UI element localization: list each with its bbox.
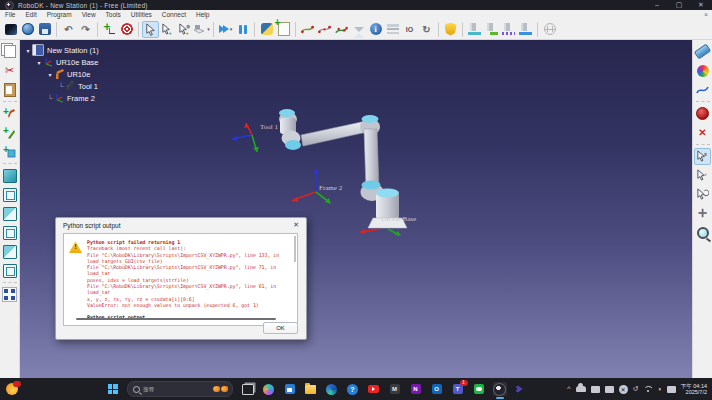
add-tool-icon[interactable]: + — [1, 124, 18, 141]
panel-close-icon[interactable]: × — [704, 11, 712, 18]
copilot-icon[interactable] — [262, 382, 276, 396]
pan-icon[interactable]: ✛ — [694, 205, 711, 222]
m-app-icon[interactable]: M — [388, 382, 402, 396]
record-icon[interactable] — [694, 105, 711, 122]
menu-utilities[interactable]: Utilities — [126, 11, 157, 18]
view-mixed2-cube-icon[interactable] — [1, 243, 18, 260]
new-station-icon[interactable] — [2, 21, 19, 38]
task-view-icon[interactable] — [241, 382, 255, 396]
dropdown-arrow-icon[interactable]: ▾ — [230, 26, 233, 32]
file-explorer-icon[interactable] — [304, 382, 318, 396]
horizontal-scrollbar[interactable] — [76, 318, 276, 320]
tree-item-station[interactable]: ▾ New Station (1) — [24, 44, 194, 56]
tree-item-base-frame[interactable]: ▾ UR10e Base — [24, 56, 194, 68]
start-icon[interactable] — [106, 382, 120, 396]
move-robot-cursor-icon[interactable]: + — [176, 21, 193, 38]
menu-help[interactable]: Help — [191, 11, 214, 18]
keyboard-icon[interactable] — [591, 386, 600, 393]
program-blocks-icon[interactable] — [384, 21, 401, 38]
license-shield-icon[interactable] — [442, 21, 459, 38]
open-online-library-icon[interactable] — [19, 21, 36, 38]
onedrive-icon[interactable] — [576, 386, 586, 392]
view-wire-cube-icon[interactable] — [1, 186, 18, 203]
machining-points-icon[interactable] — [500, 21, 517, 38]
tree-label[interactable]: New Station (1) — [47, 46, 99, 55]
project-points-icon[interactable] — [316, 21, 333, 38]
quiet-icon[interactable]: ✕ — [619, 385, 628, 394]
select-delete-cursor-icon[interactable]: x — [694, 148, 711, 165]
view-wire2-cube-icon[interactable] — [1, 224, 18, 241]
maximize-button[interactable]: ▢ — [668, 0, 690, 10]
save-station-icon[interactable] — [36, 21, 53, 38]
delete-icon[interactable]: ✕ — [694, 124, 711, 141]
draw-curve-icon[interactable] — [694, 81, 711, 98]
menu-connect[interactable]: Connect — [157, 11, 191, 18]
menu-view[interactable]: View — [77, 11, 101, 18]
paste-icon[interactable] — [1, 81, 18, 98]
machining-path-icon[interactable] — [517, 21, 534, 38]
view-solid-cube-icon[interactable] — [1, 167, 18, 184]
project-curve-icon[interactable] — [299, 21, 316, 38]
add-python-script-icon[interactable] — [275, 21, 292, 38]
curve-follow-icon[interactable] — [333, 21, 350, 38]
weather-icon[interactable] — [6, 383, 18, 395]
sync-icon[interactable]: ↺ — [633, 384, 639, 394]
color-wheel-icon[interactable] — [694, 62, 711, 79]
view-mode-icon[interactable]: ▾ — [193, 21, 210, 38]
search-highlight-icon[interactable] — [213, 386, 232, 392]
cut-icon[interactable]: ✂ — [1, 62, 18, 79]
add-reference-frame-icon[interactable] — [101, 21, 118, 38]
tree-item-tool[interactable]: └ Tool 1 — [24, 80, 194, 92]
wait-hourglass-icon[interactable] — [350, 21, 367, 38]
run-python-icon[interactable] — [258, 21, 275, 38]
tree-label[interactable]: Tool 1 — [78, 82, 98, 91]
battery-icon[interactable] — [667, 386, 676, 393]
web-globe-icon[interactable] — [541, 21, 558, 38]
tree-label[interactable]: UR10e — [67, 70, 90, 79]
add-shape-icon[interactable]: + — [1, 143, 18, 160]
view-wire3-cube-icon[interactable] — [1, 262, 18, 279]
tree-item-robot[interactable]: ▾ UR10e — [24, 68, 194, 80]
select-rotate-cursor-icon[interactable] — [694, 186, 711, 203]
expander-icon[interactable]: ▾ — [46, 71, 54, 78]
refresh-icon[interactable]: ↻ — [418, 21, 435, 38]
expander-icon[interactable]: ▾ — [24, 47, 32, 54]
clock[interactable]: 下午 04:14 2025/7/2 — [681, 383, 707, 396]
edge-icon[interactable] — [325, 382, 339, 396]
about-info-icon[interactable]: i — [367, 21, 384, 38]
menu-edit[interactable]: Edit — [20, 11, 41, 18]
store-icon[interactable] — [283, 382, 297, 396]
minimize-button[interactable]: – — [646, 0, 668, 10]
youtube-icon[interactable] — [367, 382, 381, 396]
close-button[interactable]: ✕ — [690, 0, 712, 10]
add-robot-icon[interactable]: + — [1, 105, 18, 122]
dialog-output-area[interactable]: Python script failed returning 1 Traceba… — [63, 233, 298, 326]
dialog-close-icon[interactable]: ✕ — [293, 221, 306, 229]
outlook-icon[interactable]: O — [430, 382, 444, 396]
zoom-icon[interactable] — [694, 224, 711, 241]
add-target-icon[interactable] — [118, 21, 135, 38]
fit-to-screen-icon[interactable] — [1, 286, 18, 303]
tray-expand-icon[interactable]: ^ — [567, 384, 570, 394]
teams-icon[interactable]: T1 — [451, 382, 465, 396]
expander-icon[interactable]: ▾ — [35, 59, 43, 66]
menu-tools[interactable]: Tools — [101, 11, 126, 18]
machining-project-icon[interactable] — [466, 21, 483, 38]
search-input[interactable]: 搜尋 — [127, 381, 233, 397]
onenote-icon[interactable]: N — [409, 382, 423, 396]
help-icon[interactable]: ? — [346, 382, 360, 396]
copy-icon[interactable] — [1, 43, 18, 60]
measure-icon[interactable] — [694, 43, 711, 60]
pause-icon[interactable] — [234, 21, 251, 38]
visual-studio-icon[interactable] — [514, 382, 528, 396]
wifi-icon[interactable] — [643, 386, 652, 393]
redo-icon[interactable]: ↷ — [77, 21, 94, 38]
view-mixed-cube-icon[interactable] — [1, 205, 18, 222]
select-cursor-icon[interactable] — [142, 21, 159, 38]
panel-icon[interactable] — [605, 386, 614, 393]
machining-curve-icon[interactable] — [483, 21, 500, 38]
menu-file[interactable]: File — [0, 11, 20, 18]
volume-icon[interactable]: ◖ — [657, 384, 661, 394]
io-monitor-icon[interactable]: IO — [401, 21, 418, 38]
tool1-frame[interactable] — [232, 123, 259, 152]
